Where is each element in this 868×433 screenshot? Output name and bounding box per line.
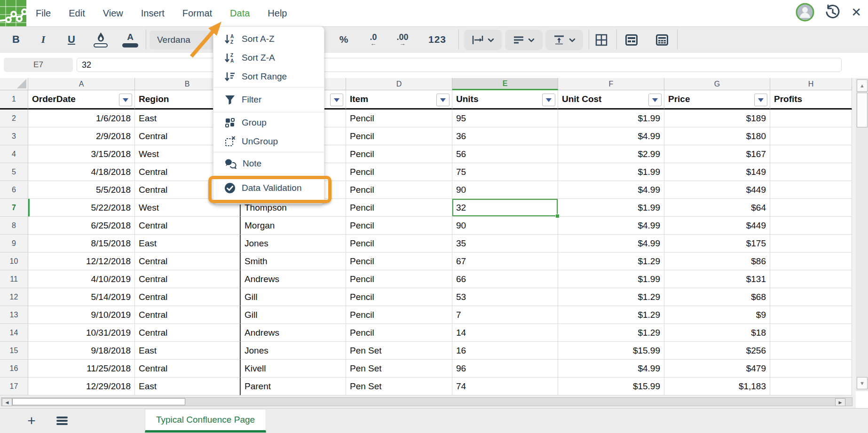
cell[interactable] [770,288,852,306]
menu-format[interactable]: Format [182,8,212,19]
cell[interactable]: 1/6/2018 [28,110,135,127]
cell[interactable]: $4.99 [558,181,664,199]
row-number-7[interactable]: 7 [0,199,28,217]
menu-file[interactable]: File [36,8,51,19]
cell[interactable]: $4.99 [558,360,664,378]
header-cell[interactable]: Unit Cost [558,90,664,110]
row-number-4[interactable]: 4 [0,145,28,163]
scroll-right-icon[interactable]: ▶ [835,398,845,406]
cell[interactable]: Central [135,270,240,288]
horizontal-scrollbar[interactable]: ◀ ▶ [1,397,852,406]
cell[interactable]: 12/29/2018 [28,378,135,395]
row-number-1[interactable]: 1 [0,90,28,110]
text-wrap-dropdown[interactable] [464,30,502,50]
header-cell[interactable]: OrderDate [28,90,135,110]
increase-decimal-button[interactable]: .00→ [392,27,413,52]
cell[interactable]: Pen Set [346,360,452,378]
scroll-down-icon[interactable]: ▼ [857,377,868,389]
cell[interactable]: $1.99 [558,199,664,217]
cell[interactable]: Pencil [346,163,452,181]
row-number-5[interactable]: 5 [0,163,28,181]
row-number-16[interactable]: 16 [0,360,28,378]
cell[interactable]: $68 [664,288,770,306]
cell[interactable] [770,163,852,181]
cell[interactable] [770,360,852,378]
cell[interactable]: 16 [452,342,558,360]
header-cell[interactable]: Price [664,90,770,110]
table-format-button[interactable] [651,30,673,50]
cell[interactable]: $479 [664,360,770,378]
cell[interactable]: 3/15/2018 [28,145,135,163]
cell[interactable]: East [135,342,240,360]
decrease-decimal-button[interactable]: .0← [363,27,384,52]
cell[interactable]: Pencil [346,235,452,252]
row-number-8[interactable]: 8 [0,217,28,235]
cell[interactable]: 66 [452,270,558,288]
cell[interactable]: $86 [664,252,770,270]
cell[interactable]: 8/15/2018 [28,235,135,252]
cell[interactable] [770,378,852,395]
cell[interactable]: 53 [452,288,558,306]
cell[interactable]: $15.99 [558,342,664,360]
row-number-17[interactable]: 17 [0,378,28,395]
cell[interactable]: 90 [452,217,558,235]
cell[interactable]: Pencil [346,181,452,199]
row-number-15[interactable]: 15 [0,342,28,360]
cell[interactable]: 4/18/2018 [28,163,135,181]
cell[interactable]: Gill [240,288,346,306]
cell[interactable] [770,342,852,360]
cell[interactable] [770,110,852,127]
cell[interactable] [770,270,852,288]
sheet-tab-active[interactable]: Typical Confluence Page [145,409,266,433]
cell[interactable] [770,127,852,145]
cell[interactable]: $2.99 [558,145,664,163]
cell[interactable]: $180 [664,127,770,145]
cell[interactable]: $1.29 [558,324,664,342]
horizontal-align-dropdown[interactable] [505,30,543,50]
cell[interactable]: $131 [664,270,770,288]
formula-input[interactable]: 32 [77,58,842,72]
vertical-scrollbar[interactable]: ▲ ▼ [856,78,868,391]
bold-button[interactable]: B [6,27,26,52]
cell[interactable]: $1.99 [558,270,664,288]
column-header-H[interactable]: H [770,78,852,90]
menu-item-sort-za[interactable]: Z A Sort Z-A [213,48,324,67]
cell[interactable]: Central [135,324,240,342]
cell[interactable] [770,324,852,342]
menu-item-sort-az[interactable]: A Z Sort A-Z [213,30,324,48]
cell[interactable]: Pencil [346,145,452,163]
column-header-F[interactable]: F [558,78,664,90]
cell[interactable]: 4/10/2019 [28,270,135,288]
menu-help[interactable]: Help [268,8,287,19]
cell[interactable]: $1.99 [558,163,664,181]
cell[interactable]: $1.99 [558,110,664,127]
cell[interactable]: Morgan [240,217,346,235]
cell[interactable]: Smith [240,252,346,270]
cell[interactable]: Pencil [346,127,452,145]
cell[interactable]: 12/12/2018 [28,252,135,270]
cell[interactable]: 96 [452,360,558,378]
cell[interactable]: $175 [664,235,770,252]
cell[interactable]: $256 [664,342,770,360]
cell[interactable]: $1,183 [664,378,770,395]
menu-item-filter[interactable]: Filter [213,88,324,111]
cell[interactable]: 9/10/2019 [28,306,135,324]
cell-reference-box[interactable]: E7 [4,58,73,72]
cell[interactable] [770,145,852,163]
menu-item-sort-range[interactable]: Sort Range [213,67,324,86]
cell[interactable] [770,217,852,235]
cell[interactable]: $18 [664,324,770,342]
menu-item-ungroup[interactable]: UnGroup [213,132,324,151]
cell[interactable]: Pencil [346,306,452,324]
close-icon[interactable]: ✕ [851,6,861,18]
underline-button[interactable]: U [61,27,82,52]
row-number-2[interactable]: 2 [0,110,28,127]
cell[interactable]: Andrews [240,270,346,288]
cell[interactable]: 35 [452,235,558,252]
cell[interactable] [770,181,852,199]
cell[interactable]: $4.99 [558,127,664,145]
cell[interactable]: 36 [452,127,558,145]
cell[interactable]: $1.29 [558,306,664,324]
fill-color-button[interactable] [90,27,111,52]
filter-dropdown-icon[interactable] [119,94,132,106]
